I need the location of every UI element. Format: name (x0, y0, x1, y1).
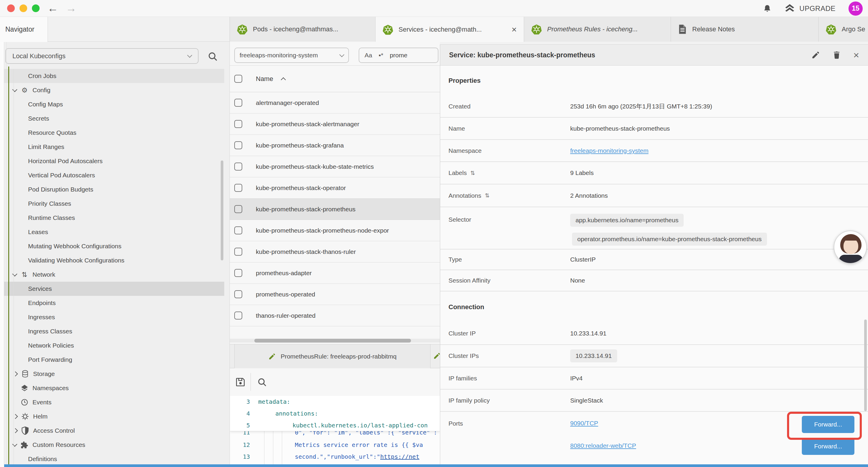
port-link-9090[interactable]: 9090/TCP (570, 420, 636, 427)
close-tab-icon[interactable]: × (512, 25, 517, 34)
row-checkbox[interactable] (234, 141, 242, 149)
forward-port-button[interactable]: Forward... (802, 438, 855, 455)
editor-tab-prometheusrule[interactable]: PrometheusRule: freeleaps-prod-rabbitmq (234, 344, 430, 368)
row-checkbox[interactable] (234, 99, 242, 107)
service-row[interactable]: kube-prometheus-stack-kube-state-metrics (230, 156, 440, 177)
sort-toggle-icon[interactable]: ⇅ (470, 170, 475, 176)
sidebar-scrollbar[interactable] (221, 160, 223, 260)
tab-prometheus-rules[interactable]: Prometheus Rules - icecheng... (524, 17, 671, 42)
runbook-url-link[interactable]: https://net (380, 453, 419, 460)
editor-search-icon[interactable] (257, 377, 267, 387)
sidebar-group-events[interactable]: Events (0, 395, 224, 409)
sidebar-group-access-control[interactable]: Access Control (0, 424, 224, 438)
name-filter-input[interactable]: Aa ▪* prome (359, 48, 438, 63)
sidebar-item-definitions[interactable]: Definitions (0, 452, 224, 464)
select-all-checkbox[interactable] (234, 75, 242, 83)
close-panel-icon[interactable]: × (853, 50, 859, 60)
sidebar-group-network[interactable]: ⇅ Network (0, 267, 224, 282)
sidebar-group-custom-resources[interactable]: Custom Resources (0, 438, 224, 452)
edit-pencil-icon[interactable] (811, 51, 820, 59)
sidebar-item-leases[interactable]: Leases (0, 225, 224, 239)
service-row[interactable]: kube-prometheus-stack-prometheus-node-ex… (230, 220, 440, 241)
match-case-toggle[interactable]: Aa (365, 52, 372, 59)
navigator-label: Navigator (5, 25, 34, 33)
service-row[interactable]: kube-prometheus-stack-thanos-ruler (230, 241, 440, 262)
service-row[interactable]: kube-prometheus-stack-grafana (230, 135, 440, 156)
sidebar-item-validating-webhook-configurations[interactable]: Validating Webhook Configurations (0, 253, 224, 267)
sidebar-group-config[interactable]: ⚙ Config (0, 83, 224, 97)
port-link-8080[interactable]: 8080:reloader-web/TCP (570, 442, 636, 449)
sidebar-item-pod-disruption-budgets[interactable]: Pod Disruption Budgets (0, 182, 224, 197)
navigator-panel-tab[interactable]: Navigator (0, 17, 48, 42)
sidebar-group-helm[interactable]: Helm (0, 409, 224, 424)
tab-label: Argo Se (842, 25, 865, 33)
namespace-selector[interactable]: freeleaps-monitoring-system (234, 48, 349, 63)
close-window-button[interactable] (7, 4, 15, 12)
sidebar-item-ingresses[interactable]: Ingresses (0, 310, 224, 324)
tab-pods[interactable]: Pods - icecheng@mathmas... (229, 17, 375, 42)
horizontal-scrollbar-thumb[interactable] (254, 339, 411, 343)
notifications-bell-icon[interactable] (763, 4, 772, 13)
save-icon[interactable] (235, 377, 246, 387)
row-checkbox[interactable] (234, 120, 242, 128)
row-checkbox[interactable] (234, 248, 242, 256)
sidebar-group-storage[interactable]: Storage (0, 367, 224, 381)
details-scrollbar[interactable] (864, 320, 867, 411)
tab-argo[interactable]: Argo Se (819, 17, 868, 42)
row-checkbox[interactable] (234, 205, 242, 213)
sidebar-item-limit-ranges[interactable]: Limit Ranges (0, 140, 224, 154)
editor-tab-partial[interactable] (431, 344, 440, 368)
sidebar-search-icon[interactable] (208, 51, 218, 62)
yaml-editor[interactable]: 110", "for": "1m", "labels" :{ "service"… (230, 396, 440, 464)
sidebar-item-config-maps[interactable]: Config Maps (0, 97, 224, 111)
row-checkbox[interactable] (234, 184, 242, 192)
service-row[interactable]: thanos-ruler-operated (230, 305, 440, 326)
sidebar-item-horizontal-pod-autoscalers[interactable]: Horizontal Pod Autoscalers (0, 154, 224, 168)
sidebar-item-port-forwarding[interactable]: Port Forwarding (0, 353, 224, 367)
selector-chip: operator.prometheus.io/name=kube-prometh… (572, 233, 767, 245)
service-row[interactable]: alertmanager-operated (230, 92, 440, 114)
editor-tab-label: PrometheusRule: freeleaps-prod-rabbitmq (281, 353, 397, 360)
sort-ascending-icon[interactable] (281, 77, 286, 82)
row-checkbox[interactable] (234, 226, 242, 234)
row-checkbox[interactable] (234, 163, 242, 171)
editor-line: 3metadata: (230, 396, 440, 408)
name-column-header[interactable]: Name (256, 75, 273, 83)
forward-arrow-icon[interactable]: → (66, 1, 76, 16)
sidebar-item-priority-classes[interactable]: Priority Classes (0, 197, 224, 211)
sidebar-item-endpoints[interactable]: Endpoints (0, 296, 224, 310)
regex-toggle[interactable]: ▪* (379, 52, 383, 59)
sidebar-item-ingress-classes[interactable]: Ingress Classes (0, 324, 224, 339)
sidebar-item-cron-jobs[interactable]: Cron Jobs (0, 69, 224, 83)
sidebar-item-runtime-classes[interactable]: Runtime Classes (0, 211, 224, 225)
service-row-selected[interactable]: kube-prometheus-stack-prometheus (230, 199, 440, 220)
sidebar-item-vertical-pod-autoscalers[interactable]: Vertical Pod Autoscalers (0, 168, 224, 182)
upgrade-button[interactable]: UPGRADE (785, 4, 836, 13)
sidebar-item-secrets[interactable]: Secrets (0, 111, 224, 126)
row-checkbox[interactable] (234, 312, 242, 320)
sidebar-group-namespaces[interactable]: Namespaces (0, 381, 224, 395)
namespace-link[interactable]: freeleaps-monitoring-system (570, 147, 649, 154)
sort-toggle-icon[interactable]: ⇅ (485, 192, 490, 199)
sidebar-item-resource-quotas[interactable]: Resource Quotas (0, 126, 224, 140)
delete-trash-icon[interactable] (833, 51, 841, 59)
minimize-window-button[interactable] (20, 4, 27, 12)
sidebar-item-network-policies[interactable]: Network Policies (0, 339, 224, 353)
sidebar-item-mutating-webhook-configurations[interactable]: Mutating Webhook Configurations (0, 239, 224, 253)
service-row[interactable]: kube-prometheus-stack-alertmanager (230, 114, 440, 135)
forward-button-highlight (787, 412, 862, 440)
row-checkbox[interactable] (234, 290, 242, 298)
tab-services[interactable]: Services - icecheng@math... × (375, 17, 524, 42)
service-row[interactable]: prometheus-operated (230, 284, 440, 305)
service-row[interactable]: prometheus-adapter (230, 262, 440, 284)
tab-release-notes[interactable]: Release Notes (671, 17, 819, 42)
user-avatar[interactable] (834, 231, 867, 264)
kubeconfig-selector[interactable]: Local Kubeconfigs (5, 48, 198, 64)
row-checkbox[interactable] (234, 269, 242, 277)
horizontal-scrollbar-track[interactable] (230, 339, 440, 343)
sidebar-item-services[interactable]: Services (0, 282, 224, 296)
notification-count-badge[interactable]: 15 (848, 1, 863, 16)
back-arrow-icon[interactable]: ← (47, 1, 58, 16)
maximize-window-button[interactable] (32, 4, 39, 12)
service-row[interactable]: kube-prometheus-stack-operator (230, 177, 440, 199)
